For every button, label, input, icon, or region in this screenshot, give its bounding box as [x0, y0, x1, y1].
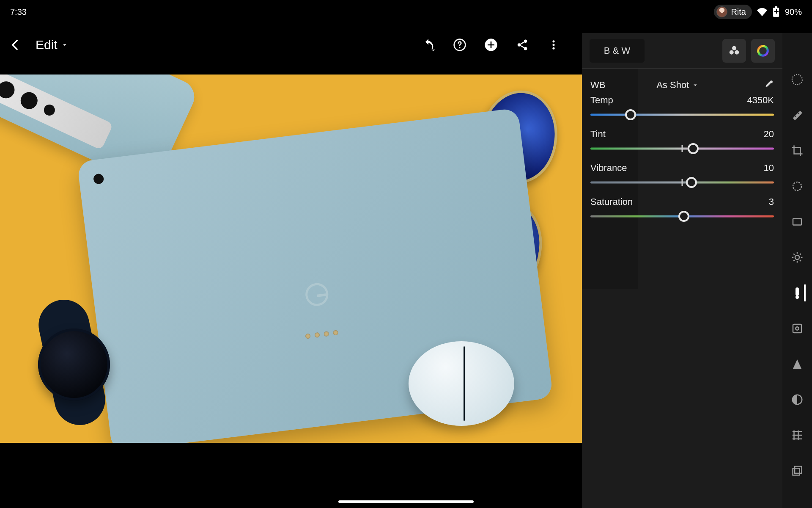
vibrance-value: 10	[764, 163, 774, 174]
svg-point-23	[796, 295, 799, 299]
svg-rect-24	[793, 324, 801, 333]
light-tool-icon[interactable]	[789, 249, 806, 266]
svg-rect-27	[795, 467, 801, 473]
more-button[interactable]	[546, 38, 561, 52]
photo-object-earbuds	[409, 341, 514, 426]
versions-tool-icon[interactable]	[789, 462, 806, 479]
undo-button[interactable]	[421, 38, 436, 52]
svg-rect-16	[793, 110, 802, 120]
crop-tool-icon[interactable]	[789, 142, 806, 159]
tint-label: Tint	[590, 129, 606, 140]
svg-point-25	[796, 327, 799, 330]
clock: 7:33	[10, 7, 27, 17]
svg-point-14	[758, 46, 768, 55]
effects-tool-icon[interactable]	[789, 213, 806, 230]
svg-point-13	[735, 50, 739, 54]
add-button[interactable]	[484, 38, 498, 52]
svg-point-11	[732, 46, 736, 50]
saturation-slider[interactable]	[590, 210, 774, 223]
temp-row: Temp 4350K	[590, 95, 774, 106]
caret-down-icon	[61, 41, 69, 49]
svg-point-21	[795, 255, 799, 260]
svg-point-8	[552, 40, 554, 42]
svg-rect-28	[793, 468, 800, 475]
wb-label: WB	[590, 80, 605, 91]
color-mix-button[interactable]	[722, 39, 746, 63]
share-button[interactable]	[515, 38, 529, 52]
svg-point-5	[524, 40, 527, 43]
battery-saver-icon	[772, 6, 780, 17]
navigation-bar-pill[interactable]	[338, 500, 474, 503]
eyedropper-button[interactable]	[763, 80, 774, 91]
svg-rect-1	[775, 6, 777, 8]
battery-percent: 90%	[785, 7, 802, 17]
svg-point-18	[798, 113, 800, 114]
chevron-down-icon	[691, 81, 699, 89]
tint-slider[interactable]	[590, 142, 774, 155]
saturation-label: Saturation	[590, 196, 633, 207]
svg-point-10	[552, 47, 554, 50]
svg-point-6	[518, 43, 521, 47]
vibrance-slider[interactable]	[590, 176, 774, 189]
photo-object-watch	[25, 299, 127, 426]
wifi-icon	[757, 7, 767, 17]
saturation-value: 3	[769, 196, 774, 207]
edit-label: Edit	[36, 38, 58, 52]
saturation-row: Saturation 3	[590, 196, 774, 207]
svg-point-15	[792, 75, 802, 85]
lens-tool-icon[interactable]	[789, 391, 806, 408]
tint-value: 20	[764, 129, 774, 140]
healing-tool-icon[interactable]	[789, 107, 806, 124]
color-wheel-button[interactable]	[751, 39, 775, 63]
svg-point-12	[730, 50, 734, 54]
svg-point-7	[524, 47, 527, 50]
tint-row: Tint 20	[590, 129, 774, 140]
svg-rect-20	[793, 219, 801, 225]
svg-point-19	[793, 182, 801, 190]
detail-tool-icon[interactable]	[789, 356, 806, 373]
temp-value: 4350K	[747, 95, 774, 106]
editor-toolbar: Edit	[0, 24, 582, 66]
wb-preset-value: As Shot	[656, 80, 689, 91]
edit-panel: B & W WB As Shot Temp 4350K	[582, 33, 782, 508]
wb-preset-dropdown[interactable]: As Shot	[656, 80, 699, 91]
edit-dropdown[interactable]: Edit	[36, 38, 69, 52]
photo-canvas[interactable]	[0, 75, 582, 443]
svg-point-9	[552, 44, 554, 46]
back-button[interactable]	[8, 38, 23, 52]
help-button[interactable]	[453, 38, 467, 52]
temp-label: Temp	[590, 95, 613, 106]
vibrance-label: Vibrance	[590, 163, 627, 174]
presets-tool-icon[interactable]	[789, 71, 806, 88]
white-balance-row: WB As Shot	[590, 80, 774, 91]
tool-rail	[782, 33, 812, 508]
status-bar: 7:33 Rita 90%	[0, 0, 812, 24]
account-chip[interactable]: Rita	[714, 5, 752, 19]
bw-toggle[interactable]: B & W	[590, 39, 645, 63]
temp-slider[interactable]	[590, 108, 774, 121]
account-name: Rita	[731, 7, 746, 17]
masking-tool-icon[interactable]	[789, 178, 806, 195]
optics-tool-icon[interactable]	[789, 320, 806, 337]
avatar	[716, 6, 727, 17]
svg-point-3	[459, 47, 460, 48]
geometry-tool-icon[interactable]	[789, 427, 806, 444]
svg-rect-22	[796, 287, 799, 296]
vibrance-row: Vibrance 10	[590, 163, 774, 174]
color-tool-icon[interactable]	[789, 284, 806, 301]
svg-point-17	[795, 116, 796, 118]
